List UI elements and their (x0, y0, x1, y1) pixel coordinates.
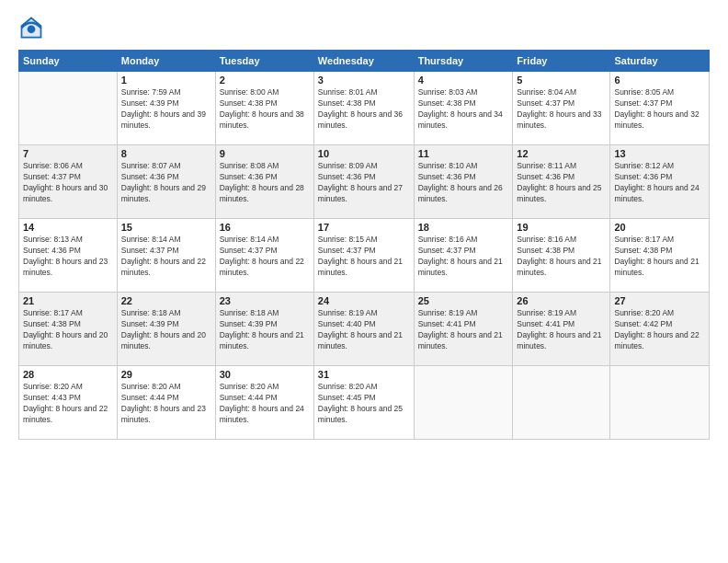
day-number: 17 (318, 222, 410, 233)
weekday-header-friday: Friday (513, 51, 610, 72)
day-info: Sunrise: 8:14 AMSunset: 4:37 PMDaylight:… (121, 235, 211, 279)
day-number: 30 (220, 369, 310, 380)
calendar-cell: 14Sunrise: 8:13 AMSunset: 4:36 PMDayligh… (19, 219, 118, 293)
day-number: 27 (614, 295, 705, 306)
svg-point-2 (28, 25, 36, 33)
week-row-3: 14Sunrise: 8:13 AMSunset: 4:36 PMDayligh… (19, 219, 710, 293)
week-row-2: 7Sunrise: 8:06 AMSunset: 4:37 PMDaylight… (19, 145, 710, 219)
calendar-cell: 20Sunrise: 8:17 AMSunset: 4:38 PMDayligh… (610, 219, 710, 293)
day-info: Sunrise: 8:08 AMSunset: 4:36 PMDaylight:… (220, 161, 310, 205)
calendar-cell: 13Sunrise: 8:12 AMSunset: 4:36 PMDayligh… (610, 145, 710, 219)
calendar-cell: 22Sunrise: 8:18 AMSunset: 4:39 PMDayligh… (117, 293, 215, 366)
day-info: Sunrise: 8:04 AMSunset: 4:37 PMDaylight:… (517, 87, 606, 132)
day-info: Sunrise: 8:17 AMSunset: 4:38 PMDaylight:… (614, 235, 705, 279)
day-info: Sunrise: 8:20 AMSunset: 4:44 PMDaylight:… (121, 382, 211, 426)
weekday-header-monday: Monday (117, 51, 215, 72)
calendar-cell: 5Sunrise: 8:04 AMSunset: 4:37 PMDaylight… (513, 72, 610, 145)
calendar-cell: 12Sunrise: 8:11 AMSunset: 4:36 PMDayligh… (513, 145, 610, 219)
week-row-5: 28Sunrise: 8:20 AMSunset: 4:43 PMDayligh… (19, 366, 710, 440)
header (18, 15, 710, 40)
calendar-cell (414, 366, 513, 440)
day-number: 6 (614, 75, 705, 86)
calendar-cell: 10Sunrise: 8:09 AMSunset: 4:36 PMDayligh… (313, 145, 414, 219)
day-info: Sunrise: 8:19 AMSunset: 4:40 PMDaylight:… (318, 308, 410, 352)
weekday-header-row: SundayMondayTuesdayWednesdayThursdayFrid… (19, 51, 710, 72)
day-number: 7 (23, 148, 113, 159)
day-info: Sunrise: 8:17 AMSunset: 4:38 PMDaylight:… (23, 308, 113, 352)
day-number: 25 (418, 295, 509, 306)
calendar-table: SundayMondayTuesdayWednesdayThursdayFrid… (18, 50, 710, 440)
day-info: Sunrise: 8:20 AMSunset: 4:43 PMDaylight:… (23, 382, 113, 426)
calendar-cell (513, 366, 610, 440)
day-info: Sunrise: 8:20 AMSunset: 4:42 PMDaylight:… (614, 308, 705, 352)
calendar-cell: 8Sunrise: 8:07 AMSunset: 4:36 PMDaylight… (117, 145, 215, 219)
day-number: 20 (614, 222, 705, 233)
day-info: Sunrise: 8:20 AMSunset: 4:45 PMDaylight:… (318, 382, 410, 426)
day-info: Sunrise: 8:12 AMSunset: 4:36 PMDaylight:… (614, 161, 705, 205)
calendar-cell: 4Sunrise: 8:03 AMSunset: 4:38 PMDaylight… (414, 72, 513, 145)
day-number: 1 (121, 75, 211, 86)
calendar-cell: 30Sunrise: 8:20 AMSunset: 4:44 PMDayligh… (215, 366, 313, 440)
calendar-cell (610, 366, 710, 440)
weekday-header-saturday: Saturday (610, 51, 710, 72)
calendar-cell: 1Sunrise: 7:59 AMSunset: 4:39 PMDaylight… (117, 72, 215, 145)
page: SundayMondayTuesdayWednesdayThursdayFrid… (0, 0, 728, 563)
day-info: Sunrise: 8:06 AMSunset: 4:37 PMDaylight:… (23, 161, 113, 205)
calendar-cell: 15Sunrise: 8:14 AMSunset: 4:37 PMDayligh… (117, 219, 215, 293)
day-info: Sunrise: 8:16 AMSunset: 4:37 PMDaylight:… (418, 235, 509, 279)
calendar-cell (19, 72, 118, 145)
calendar-cell: 9Sunrise: 8:08 AMSunset: 4:36 PMDaylight… (215, 145, 313, 219)
day-number: 14 (23, 222, 113, 233)
week-row-4: 21Sunrise: 8:17 AMSunset: 4:38 PMDayligh… (19, 293, 710, 366)
calendar-cell: 3Sunrise: 8:01 AMSunset: 4:38 PMDaylight… (313, 72, 414, 145)
day-info: Sunrise: 8:15 AMSunset: 4:37 PMDaylight:… (318, 235, 410, 279)
day-info: Sunrise: 8:07 AMSunset: 4:36 PMDaylight:… (121, 161, 211, 205)
day-info: Sunrise: 8:19 AMSunset: 4:41 PMDaylight:… (418, 308, 509, 352)
day-number: 2 (220, 75, 310, 86)
calendar-cell: 29Sunrise: 8:20 AMSunset: 4:44 PMDayligh… (117, 366, 215, 440)
day-info: Sunrise: 8:05 AMSunset: 4:37 PMDaylight:… (614, 87, 705, 132)
calendar-cell: 11Sunrise: 8:10 AMSunset: 4:36 PMDayligh… (414, 145, 513, 219)
calendar-cell: 17Sunrise: 8:15 AMSunset: 4:37 PMDayligh… (313, 219, 414, 293)
calendar-cell: 28Sunrise: 8:20 AMSunset: 4:43 PMDayligh… (19, 366, 118, 440)
day-info: Sunrise: 8:18 AMSunset: 4:39 PMDaylight:… (121, 308, 211, 352)
day-info: Sunrise: 8:01 AMSunset: 4:38 PMDaylight:… (318, 87, 410, 132)
calendar-cell: 24Sunrise: 8:19 AMSunset: 4:40 PMDayligh… (313, 293, 414, 366)
day-info: Sunrise: 8:16 AMSunset: 4:38 PMDaylight:… (517, 235, 606, 279)
day-number: 5 (517, 75, 606, 86)
day-info: Sunrise: 8:09 AMSunset: 4:36 PMDaylight:… (318, 161, 410, 205)
day-info: Sunrise: 8:13 AMSunset: 4:36 PMDaylight:… (23, 235, 113, 279)
day-number: 23 (220, 295, 310, 306)
day-number: 26 (517, 295, 606, 306)
day-number: 24 (318, 295, 410, 306)
day-number: 21 (23, 295, 113, 306)
weekday-header-thursday: Thursday (414, 51, 513, 72)
day-number: 10 (318, 148, 410, 159)
day-info: Sunrise: 7:59 AMSunset: 4:39 PMDaylight:… (121, 87, 211, 132)
day-number: 9 (220, 148, 310, 159)
day-number: 3 (318, 75, 410, 86)
day-number: 22 (121, 295, 211, 306)
calendar-cell: 2Sunrise: 8:00 AMSunset: 4:38 PMDaylight… (215, 72, 313, 145)
weekday-header-tuesday: Tuesday (215, 51, 313, 72)
calendar-cell: 16Sunrise: 8:14 AMSunset: 4:37 PMDayligh… (215, 219, 313, 293)
calendar-cell: 19Sunrise: 8:16 AMSunset: 4:38 PMDayligh… (513, 219, 610, 293)
calendar-cell: 7Sunrise: 8:06 AMSunset: 4:37 PMDaylight… (19, 145, 118, 219)
calendar-cell: 23Sunrise: 8:18 AMSunset: 4:39 PMDayligh… (215, 293, 313, 366)
weekday-header-wednesday: Wednesday (313, 51, 414, 72)
day-info: Sunrise: 8:14 AMSunset: 4:37 PMDaylight:… (220, 235, 310, 279)
calendar-cell: 31Sunrise: 8:20 AMSunset: 4:45 PMDayligh… (313, 366, 414, 440)
week-row-1: 1Sunrise: 7:59 AMSunset: 4:39 PMDaylight… (19, 72, 710, 145)
calendar-cell: 27Sunrise: 8:20 AMSunset: 4:42 PMDayligh… (610, 293, 710, 366)
day-info: Sunrise: 8:10 AMSunset: 4:36 PMDaylight:… (418, 161, 509, 205)
logo-icon (18, 15, 44, 40)
day-number: 4 (418, 75, 509, 86)
day-number: 31 (318, 369, 410, 380)
calendar-cell: 26Sunrise: 8:19 AMSunset: 4:41 PMDayligh… (513, 293, 610, 366)
day-info: Sunrise: 8:11 AMSunset: 4:36 PMDaylight:… (517, 161, 606, 205)
day-number: 29 (121, 369, 211, 380)
day-number: 13 (614, 148, 705, 159)
day-number: 15 (121, 222, 211, 233)
day-info: Sunrise: 8:19 AMSunset: 4:41 PMDaylight:… (517, 308, 606, 352)
day-info: Sunrise: 8:20 AMSunset: 4:44 PMDaylight:… (220, 382, 310, 426)
